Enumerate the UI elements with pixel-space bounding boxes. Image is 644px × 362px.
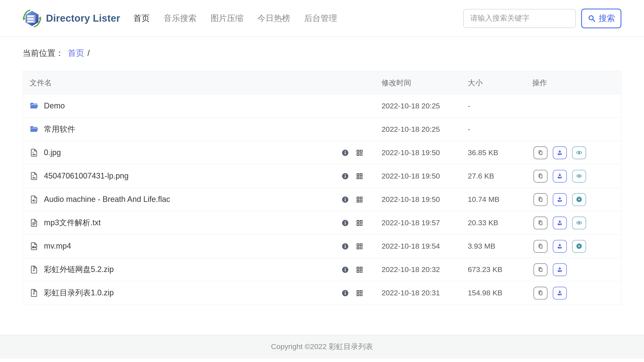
table-row: 45047061007431-lp.png 2022-10-18 19:50 2…: [23, 164, 621, 187]
copy-link-button[interactable]: [534, 146, 548, 159]
info-icon[interactable]: [342, 195, 349, 203]
qrcode-icon[interactable]: [356, 266, 364, 274]
preview-button[interactable]: [572, 216, 586, 229]
search-button[interactable]: 搜索: [581, 8, 622, 28]
qrcode-icon[interactable]: [356, 242, 364, 250]
file-name-link[interactable]: Demo: [44, 101, 65, 110]
file-name-link[interactable]: 常用软件: [44, 124, 75, 135]
qrcode-icon[interactable]: [356, 195, 364, 203]
download-button[interactable]: [553, 146, 567, 159]
qrcode-icon[interactable]: [356, 172, 364, 180]
file-name-cell: 彩虹目录列表1.0.zip: [23, 288, 382, 298]
info-icon[interactable]: [342, 172, 349, 180]
file-actions: [532, 287, 621, 299]
file-name-cell: Demo: [23, 101, 382, 110]
file-modified-time: 2022-10-18 20:31: [382, 289, 468, 297]
file-actions: [532, 263, 621, 276]
breadcrumb-home-link[interactable]: 首页: [68, 48, 84, 59]
search-input[interactable]: [463, 9, 576, 28]
file-table: 文件名 修改时间 大小 操作 Demo 2022-10-18 20:25 - 常…: [22, 71, 621, 305]
file-meta-icons: [342, 172, 382, 180]
copy-link-button[interactable]: [534, 240, 548, 252]
table-header-row: 文件名 修改时间 大小 操作: [23, 71, 621, 94]
search-area: 搜索: [463, 8, 622, 28]
table-row: Audio machine - Breath And Life.flac 202…: [23, 187, 621, 211]
info-icon[interactable]: [342, 266, 349, 274]
video-file-icon: [30, 242, 39, 251]
info-icon[interactable]: [342, 242, 349, 250]
info-icon[interactable]: [342, 289, 349, 297]
page-footer: Copyright ©2022 彩虹目录列表: [0, 335, 644, 358]
qrcode-icon[interactable]: [356, 219, 364, 227]
zip-file-icon: [30, 265, 39, 274]
file-name-cell: 彩虹外链网盘5.2.zip: [23, 264, 382, 275]
preview-button[interactable]: [572, 146, 586, 159]
brand-logo[interactable]: Directory Lister: [22, 9, 120, 28]
nav-item-3[interactable]: 图片压缩: [210, 13, 244, 24]
file-size: 673.23 KB: [468, 265, 532, 274]
copy-link-button[interactable]: [534, 170, 548, 182]
file-name-link[interactable]: mp3文件解析.txt: [44, 217, 101, 228]
copyright-text: Copyright ©2022 彩虹目录列表: [271, 342, 373, 352]
file-name-link[interactable]: mv.mp4: [44, 242, 71, 251]
file-meta-icons: [342, 289, 382, 297]
text-file-icon: [30, 218, 39, 227]
folder-icon: [30, 125, 39, 134]
copy-link-button[interactable]: [534, 287, 548, 299]
file-modified-time: 2022-10-18 20:25: [382, 125, 468, 134]
qrcode-icon[interactable]: [356, 289, 364, 297]
file-size: 27.6 KB: [468, 172, 532, 180]
download-button[interactable]: [553, 193, 567, 206]
nav-item-5[interactable]: 后台管理: [304, 13, 337, 24]
table-row: Demo 2022-10-18 20:25 -: [23, 94, 621, 117]
column-header-filename: 文件名: [23, 78, 382, 88]
file-modified-time: 2022-10-18 19:57: [382, 218, 468, 227]
folder-icon: [30, 101, 39, 110]
file-name-link[interactable]: 彩虹外链网盘5.2.zip: [44, 264, 114, 275]
download-button[interactable]: [553, 287, 567, 299]
image-file-icon: [30, 172, 39, 181]
file-meta-icons: [342, 219, 382, 227]
info-icon[interactable]: [342, 219, 349, 227]
file-name-cell: 45047061007431-lp.png: [23, 172, 382, 181]
audio-file-icon: [30, 195, 39, 204]
file-size: -: [468, 125, 532, 134]
table-row: mv.mp4 2022-10-18 19:54 3.93 MB: [23, 234, 621, 258]
play-button[interactable]: [572, 193, 586, 206]
main-nav: 首页音乐搜索图片压缩今日热榜后台管理: [133, 13, 337, 24]
play-button[interactable]: [572, 240, 586, 252]
qrcode-icon[interactable]: [356, 149, 364, 157]
file-modified-time: 2022-10-18 19:50: [382, 195, 468, 204]
file-name-link[interactable]: 45047061007431-lp.png: [44, 172, 129, 181]
file-actions: [532, 170, 621, 182]
main-content: 当前位置： 首页 / 文件名 修改时间 大小 操作 Demo 2022-10-1…: [0, 37, 644, 335]
file-meta-icons: [342, 195, 382, 203]
search-icon: [588, 14, 596, 22]
file-name-cell: 常用软件: [23, 124, 382, 135]
table-row: 常用软件 2022-10-18 20:25 -: [23, 117, 621, 141]
download-button[interactable]: [553, 170, 567, 182]
file-size: 20.33 KB: [468, 218, 532, 227]
preview-button[interactable]: [572, 170, 586, 182]
file-name-link[interactable]: 彩虹目录列表1.0.zip: [44, 288, 114, 298]
file-name-cell: Audio machine - Breath And Life.flac: [23, 195, 382, 204]
download-button[interactable]: [553, 263, 567, 276]
copy-link-button[interactable]: [534, 216, 548, 229]
info-icon[interactable]: [342, 149, 349, 157]
nav-item-4[interactable]: 今日热榜: [257, 13, 290, 24]
file-size: -: [468, 101, 532, 110]
copy-link-button[interactable]: [534, 193, 548, 206]
file-actions: [532, 193, 621, 206]
file-name-cell: 0.jpg: [23, 148, 382, 157]
breadcrumb: 当前位置： 首页 /: [22, 48, 621, 59]
file-name-link[interactable]: 0.jpg: [44, 148, 61, 157]
file-table-body: Demo 2022-10-18 20:25 - 常用软件 2022-10-18 …: [23, 94, 621, 304]
download-button[interactable]: [553, 240, 567, 252]
copy-link-button[interactable]: [534, 263, 548, 276]
nav-item-2[interactable]: 音乐搜索: [164, 13, 197, 24]
file-name-link[interactable]: Audio machine - Breath And Life.flac: [44, 195, 170, 204]
nav-item-1[interactable]: 首页: [133, 13, 150, 24]
download-button[interactable]: [553, 216, 567, 229]
table-row: mp3文件解析.txt 2022-10-18 19:57 20.33 KB: [23, 211, 621, 234]
column-header-size: 大小: [468, 78, 532, 88]
